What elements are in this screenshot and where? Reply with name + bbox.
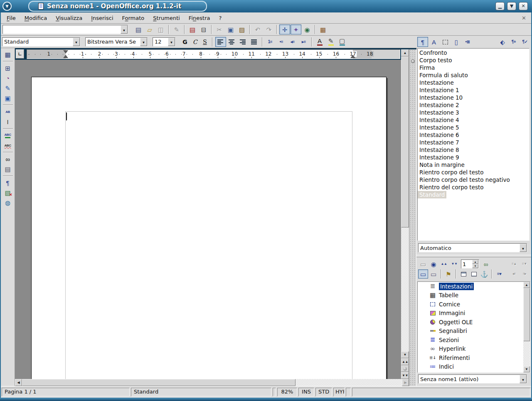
navigator-button[interactable]: ✛ <box>279 24 290 34</box>
navigator-item-segnalibri[interactable]: Segnalibri <box>418 327 530 336</box>
status-page[interactable]: Pagina 1 / 1 <box>2 388 130 396</box>
close-button[interactable]: ✕ <box>519 2 528 10</box>
find-replace-button[interactable]: ∞ <box>2 154 14 164</box>
scroll-up-button[interactable]: ▲ <box>401 49 409 56</box>
promote-chapter-button[interactable]: ≡▲ <box>509 259 519 269</box>
paragraph-style-input[interactable] <box>2 38 73 46</box>
font-dropdown-button[interactable] <box>140 38 147 46</box>
navigator-scroll-thumb[interactable] <box>523 288 530 341</box>
new-style-from-selection-button[interactable]: ¶+ <box>508 37 519 47</box>
vertical-scroll-track[interactable] <box>401 56 409 351</box>
style-item[interactable]: Intestazione 6 <box>418 131 529 139</box>
maximize-button[interactable]: ▼ <box>507 2 516 10</box>
navigator-item-intestazioni[interactable]: ≣Intestazioni <box>418 282 530 291</box>
new-document-button[interactable]: ▤ <box>133 24 144 34</box>
style-item[interactable]: Intestazione <box>418 79 529 86</box>
filter-dropdown-button[interactable] <box>520 244 527 252</box>
left-indent-marker[interactable] <box>63 55 68 58</box>
autospellcheck-button[interactable]: ABC <box>2 141 14 150</box>
font-size-input[interactable] <box>153 38 168 46</box>
stylist-button[interactable]: ✦ <box>291 24 301 34</box>
navigator-item-oggetti ole[interactable]: Oggetti OLE <box>418 318 530 327</box>
style-item[interactable]: Intestazione 3 <box>418 109 529 116</box>
align-justify-button[interactable] <box>249 37 260 47</box>
style-item[interactable]: Intestazione 8 <box>418 146 529 154</box>
open-folder-button[interactable]: ▱ <box>144 24 155 34</box>
decrease-indent-button[interactable]: ◂≡ <box>287 37 298 47</box>
nonprinting-characters-button[interactable]: ¶ <box>2 178 14 188</box>
style-item[interactable]: Intestazione 7 <box>418 139 529 146</box>
navigator-item-immagini[interactable]: Immagini <box>418 309 530 318</box>
vertical-scroll-thumb[interactable] <box>401 56 409 227</box>
export-pdf-button[interactable]: ▤ <box>187 24 198 34</box>
style-item[interactable]: Rientro corpo del testo <box>418 169 529 176</box>
paragraph-styles-button[interactable]: ¶ <box>417 37 428 47</box>
font-color-button[interactable]: A <box>314 37 325 47</box>
panel-splitter[interactable] <box>409 49 416 386</box>
next-object-button[interactable]: ▼▼ <box>449 259 459 269</box>
next-page-button[interactable]: ▼▼ <box>401 372 409 379</box>
navigator-item-riferimenti[interactable]: ≡↓Riferimenti <box>418 353 530 362</box>
menu-inserisci[interactable]: Inserisci <box>87 14 117 22</box>
frame-styles-button[interactable] <box>440 37 451 47</box>
navigator-item-tabelle[interactable]: ▦Tabelle <box>418 291 530 300</box>
status-page-style[interactable]: Standard <box>131 388 271 396</box>
promote-level-button[interactable]: ◂≡ <box>509 269 519 279</box>
navigator-item-cornice[interactable]: Cornice <box>418 300 530 309</box>
style-item[interactable]: Intestazione 9 <box>418 154 529 161</box>
url-dropdown-button[interactable] <box>121 25 128 34</box>
set-reminder-button[interactable]: ⚑ <box>443 269 453 279</box>
navigation-button[interactable]: ◉ <box>429 259 438 269</box>
menu-finestra[interactable]: Finestra <box>185 14 214 22</box>
align-right-button[interactable] <box>238 37 249 47</box>
title-bar[interactable]: ▼ Senza nome1 - OpenOffice.org 1.1.2-it … <box>0 0 532 12</box>
character-styles-button[interactable]: A <box>429 37 439 47</box>
update-style-button[interactable]: ¶✓ <box>520 37 530 47</box>
style-item[interactable]: Rientro del corpo testo <box>418 183 529 191</box>
status-hyperlink-mode[interactable]: HYP <box>333 388 345 396</box>
underline-button[interactable]: S <box>200 37 209 47</box>
bulleted-list-button[interactable]: •≡ <box>276 37 287 47</box>
cut-button[interactable]: ✂ <box>214 24 225 34</box>
status-insert-mode[interactable]: INS <box>298 388 314 396</box>
insert-object-button[interactable]: ◔ <box>2 73 14 83</box>
style-item[interactable]: Corpo testo <box>418 56 529 64</box>
close-document-button[interactable]: ✕ <box>522 15 526 21</box>
undo-button[interactable]: ↶ <box>252 24 263 34</box>
insert-table-button[interactable]: ▦ <box>2 50 14 59</box>
demote-chapter-button[interactable]: ≡▼ <box>520 259 530 269</box>
graphics-onoff-button[interactable]: ▧✕ <box>2 188 14 198</box>
style-item[interactable]: Nota in margine <box>418 161 529 169</box>
align-left-button[interactable] <box>215 37 226 47</box>
edit-file-button[interactable]: ✎ <box>171 24 182 34</box>
previous-page-button[interactable]: ▲▲ <box>401 358 409 365</box>
document-area[interactable] <box>15 60 401 379</box>
scroll-left-button[interactable]: ◀ <box>15 379 22 386</box>
style-item[interactable]: Standard <box>418 191 446 198</box>
menu-formato[interactable]: Formato <box>118 14 149 22</box>
horizontal-ruler[interactable]: 1123456789101112131415161718 <box>27 49 400 59</box>
menu-modifica[interactable]: Modifica <box>20 14 51 22</box>
spin-down-button[interactable]: ▼ <box>472 264 478 268</box>
horizontal-scroll-track[interactable] <box>22 379 402 386</box>
page-number-input[interactable] <box>461 260 472 268</box>
font-name-input[interactable] <box>86 38 140 46</box>
print-button[interactable]: ⊟ <box>198 24 209 34</box>
text-area[interactable] <box>65 111 352 379</box>
increase-indent-button[interactable]: ▸≡ <box>298 37 309 47</box>
page-styles-button[interactable]: ▯ <box>451 37 462 47</box>
align-center-button[interactable] <box>227 37 237 47</box>
style-item[interactable]: Confronto <box>418 49 529 56</box>
highlighting-button[interactable]: ✎ <box>325 37 336 47</box>
scroll-right-button[interactable]: ▶ <box>402 379 409 386</box>
style-item[interactable]: Intestazione 10 <box>418 94 529 101</box>
italic-button[interactable]: C <box>190 37 200 47</box>
style-item[interactable]: Rientro corpo del testo negativo <box>418 176 529 183</box>
draw-functions-button[interactable]: ✎ <box>2 83 14 93</box>
spin-up-button[interactable]: ▲ <box>472 260 478 264</box>
listbox-onoff-button[interactable]: ▭ <box>418 269 428 279</box>
menu-visualizza[interactable]: Visualizza <box>52 14 86 22</box>
anchor-text-button[interactable]: ⚓ <box>479 269 489 279</box>
style-item[interactable]: Intestazione 1 <box>418 86 529 94</box>
gallery-button[interactable]: ▦ <box>318 24 328 34</box>
